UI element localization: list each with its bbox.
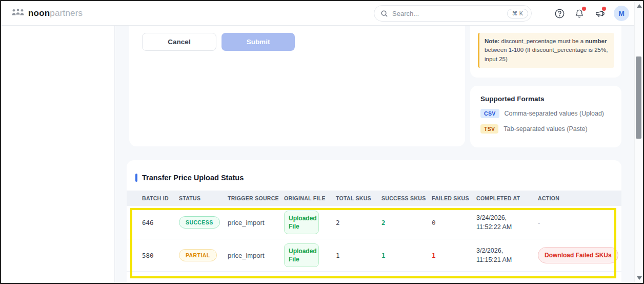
col-batch-id: BATCH ID (142, 195, 179, 201)
discount-note: Note: discount_percentage must be a numb… (478, 33, 614, 68)
supported-formats-title: Supported Formats (480, 95, 611, 103)
format-row-tsv: TSV Tab-separated values (Paste) (480, 124, 611, 134)
table-title-row: Transfer Price Upload Status (127, 160, 621, 182)
format-row-csv: CSV Comma-separated values (Upload) (480, 109, 611, 118)
col-status: STATUS (179, 195, 228, 201)
upload-status-card: Transfer Price Upload Status BATCH ID ST… (127, 160, 621, 284)
completed-at-value: 3/24/2026, 11:52:22 AM (476, 213, 538, 232)
cancel-button[interactable]: Cancel (142, 33, 216, 51)
notifications-button[interactable] (574, 8, 585, 19)
col-action: ACTION (538, 195, 611, 201)
total-skus-value: 1 (336, 252, 381, 259)
table-header-row: BATCH ID STATUS TRIGGER SOURCE ORIGINAL … (127, 191, 621, 206)
success-skus-value: 2 (381, 219, 432, 226)
table-row: 580 PARTIAL price_import Uploaded File 1… (127, 239, 621, 272)
total-skus-value: 2 (336, 219, 381, 226)
note-card: Note: discount_percentage must be a numb… (470, 26, 621, 78)
logo-text-bold: noon (28, 8, 50, 18)
csv-badge: CSV (480, 109, 499, 118)
col-trigger-source: TRIGGER SOURCE (228, 195, 284, 201)
status-badge: SUCCESS (179, 216, 220, 229)
col-failed-skus: FAILED SKUS (432, 195, 476, 201)
search-icon (380, 10, 388, 17)
avatar-initial: M (618, 9, 625, 17)
top-header: noonpartners ⌘ K (1, 1, 634, 26)
submit-button[interactable]: Submit (222, 33, 295, 51)
supported-formats-card: Supported Formats CSV Comma-separated va… (470, 86, 621, 147)
uploaded-file-button[interactable]: Uploaded File (284, 211, 319, 234)
batch-id-value: 646 (142, 219, 179, 226)
scroll-up-arrow-icon[interactable] (637, 4, 642, 8)
scrollbar-thumb[interactable] (636, 56, 641, 139)
action-none: - (538, 219, 611, 226)
vertical-scrollbar[interactable] (634, 1, 643, 283)
scroll-down-arrow-icon[interactable] (637, 276, 642, 280)
announcements-button[interactable] (594, 8, 605, 19)
user-avatar[interactable]: M (614, 6, 629, 21)
logo-text-light: partners (50, 8, 83, 18)
completed-at-value: 3/2/2026, 11:15:21 AM (476, 246, 538, 264)
note-text-2: between 1-100 (If discount_percentage is… (485, 47, 608, 62)
success-skus-value: 1 (381, 252, 432, 259)
people-group-icon (11, 8, 25, 19)
announcement-badge-dot (602, 7, 606, 11)
note-bold-number: number (585, 38, 607, 44)
app-window: noonpartners ⌘ K (0, 0, 644, 284)
global-search[interactable]: ⌘ K (374, 5, 532, 22)
failed-skus-value: 0 (432, 219, 476, 226)
left-sidebar (1, 26, 115, 283)
trigger-source-value: price_import (228, 219, 284, 226)
status-badge: PARTIAL (179, 249, 217, 261)
help-button[interactable] (554, 8, 565, 19)
table-row: 646 SUCCESS price_import Uploaded File 2… (127, 206, 621, 239)
col-original-file: ORIGINAL FILE (284, 195, 336, 201)
search-input[interactable] (392, 10, 507, 17)
note-text-1: discount_percentage must be a (499, 38, 585, 44)
download-failed-skus-button[interactable]: Download Failed SKUs (538, 247, 618, 263)
failed-skus-value: 1 (432, 252, 476, 259)
col-total-skus: TOTAL SKUS (336, 195, 381, 201)
brand-logo[interactable]: noonpartners (11, 8, 83, 19)
col-completed-at: COMPLETED AT (476, 195, 538, 201)
batch-id-value: 580 (142, 252, 179, 259)
trigger-source-value: price_import (228, 252, 284, 259)
title-accent-bar (135, 174, 137, 182)
tsv-badge: TSV (480, 124, 498, 134)
notification-badge-dot (582, 7, 586, 11)
tsv-label: Tab-separated values (Paste) (504, 125, 587, 132)
uploaded-file-button[interactable]: Uploaded File (284, 243, 319, 267)
table-title: Transfer Price Upload Status (142, 174, 244, 182)
upload-form-card: Cancel Submit (129, 26, 465, 146)
col-success-skus: SUCCESS SKUS (381, 195, 432, 201)
search-shortcut-badge: ⌘ K (507, 9, 528, 18)
note-bold-prefix: Note: (485, 38, 499, 44)
csv-label: Comma-separated values (Upload) (505, 110, 605, 117)
